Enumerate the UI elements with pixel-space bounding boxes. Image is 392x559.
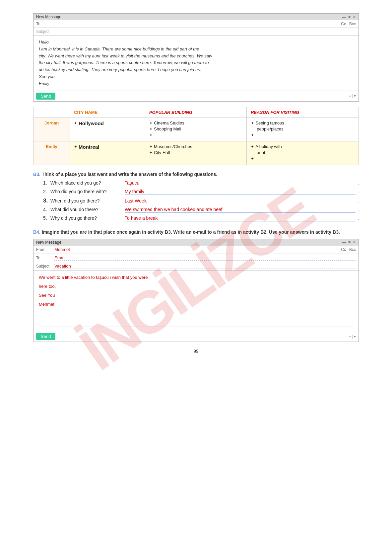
b3-instruction: Think of a place you last went and write… — [42, 172, 218, 177]
email2-window: New Message — ✶ ✕ From Mehmet Cc Bcc To … — [33, 239, 359, 342]
maximize-icon[interactable]: ✶ — [348, 15, 351, 19]
page-number: 99 — [33, 349, 359, 354]
email1-footer-icons: ▪ | ▾ — [349, 94, 356, 98]
email1-body-line4: the city hall. It was gorgeous. There is… — [39, 59, 353, 66]
jordan-reason1: ✦ Seeing famous — [251, 120, 355, 125]
emily-reason3: ✦ — [251, 156, 355, 161]
email1-cc-bcc[interactable]: Cc Bcc — [341, 22, 356, 26]
email1-to-label: To — [36, 22, 54, 26]
email1-subject-placeholder: Subject — [36, 29, 356, 34]
jordan-reasons-cell: ✦ Seeing famous people/places ✦ — [247, 118, 359, 141]
email2-to-label: To — [36, 256, 54, 260]
table-header-reason: REASON FOR VISITING — [247, 107, 359, 118]
emily-reason2: aunt — [257, 150, 355, 155]
jordan-reason2: people/places — [257, 126, 355, 131]
qa-question-1: Which place did you go? — [50, 180, 123, 186]
email2-title: New Message — [36, 240, 61, 245]
jordan-buildings-cell: ✦ Cinema Studios ✦ Shopping Mall ✦ — [145, 118, 246, 141]
b3-label: B3. — [33, 172, 40, 177]
jordan-reason3: ✦ — [251, 132, 355, 137]
email2-maximize-icon[interactable]: ✶ — [348, 240, 351, 244]
table-header-empty — [33, 107, 70, 118]
qa-question-2: Who did you go there with? — [50, 189, 123, 194]
jordan-city-item: ✦ Hollywood — [74, 120, 141, 126]
qa-item-2: 2. Who did you go there with? My family … — [43, 189, 359, 195]
email2-cc-bcc[interactable]: Cc Bcc — [341, 247, 356, 252]
email1-body-line3: city. We went there with my aunt last we… — [39, 53, 353, 60]
email1-window: New Message — ✶ ✕ To Cc Bcc Subject Hell… — [33, 13, 359, 102]
email2-from-value: Mehmet — [54, 247, 341, 252]
qa-item-5: 5. Why did you go there? To have a break… — [43, 215, 359, 221]
qa-number-5: 5. — [43, 215, 49, 221]
jordan-city-cell: ✦ Hollywood — [70, 118, 145, 141]
info-table: CITY NAME POPULAR BUILDING REASON FOR VI… — [33, 107, 359, 165]
minimize-icon[interactable]: — — [342, 15, 346, 19]
emily-buildings-cell: ✦ Museums/Churches ✦ City Hall — [145, 141, 246, 165]
email2-subject-field: Subject Vacation — [33, 262, 359, 271]
email2-subject-value: Vacation — [54, 264, 356, 269]
qa-question-4: What did you do there? — [50, 207, 123, 212]
jordan-person-cell: Jordan — [33, 118, 70, 141]
email1-titlebar: New Message — ✶ ✕ — [33, 14, 359, 20]
table-header-building: POPULAR BUILDING — [145, 107, 246, 118]
email1-footer: Send ▪ | ▾ — [33, 91, 359, 101]
email2-body: We went to a little vacation to taşucu i… — [33, 271, 359, 331]
email2-from-label: From — [36, 247, 54, 252]
jordan-building2: ✦ Shopping Mall — [149, 126, 242, 131]
jordan-building1: ✦ Cinema Studios — [149, 120, 242, 125]
emily-reasons-cell: ✦ A holiday with aunt ✦ — [247, 141, 359, 165]
email2-close-icon[interactable]: ✕ — [353, 240, 356, 244]
emily-reason1: ✦ A holiday with — [251, 144, 355, 149]
email1-to-field: To Cc Bcc — [33, 20, 359, 28]
email1-subject-field: Subject — [33, 28, 359, 36]
email1-body: Hello, I am in Montreal. It is in Canada… — [33, 36, 359, 91]
emily-city-cell: ✦ Montreal — [70, 141, 145, 165]
qa-answer-1[interactable]: Taşucu — [125, 180, 356, 186]
email2-body-line3: See You — [39, 292, 353, 300]
emily-building1: ✦ Museums/Churches — [149, 144, 242, 149]
qa-number-4: 4. — [43, 207, 49, 212]
emily-building2: ✦ City Hall — [149, 150, 242, 155]
email2-titlebar: New Message — ✶ ✕ — [33, 239, 359, 246]
email1-body-line2: I am in Montreal. It is in Canada. There… — [39, 46, 353, 53]
email2-send-button[interactable]: Send — [36, 333, 55, 340]
email2-minimize-icon[interactable]: — — [342, 240, 346, 244]
email2-to-field: To Emre — [33, 254, 359, 262]
b3-qa-container: 1. Which place did you go? Taşucu . 2. W… — [43, 180, 359, 221]
b3-section-header: B3. Think of a place you last went and w… — [33, 172, 359, 177]
email2-footer-icons: ▪ | ▾ — [349, 334, 356, 339]
qa-answer-3[interactable]: Last Week — [125, 198, 356, 204]
email2-footer: Send ▪ | ▾ — [33, 331, 359, 342]
email1-send-button[interactable]: Send — [36, 93, 55, 100]
qa-answer-5[interactable]: To have a break — [125, 215, 356, 221]
email1-body-line6: See you. — [39, 73, 353, 80]
qa-answer-4[interactable]: We swimmed then we had cooked and ate be… — [125, 207, 356, 213]
close-icon[interactable]: ✕ — [353, 15, 356, 19]
email2-body-line4: Mehmet — [39, 301, 353, 309]
b4-label: B4. — [33, 229, 40, 235]
email1-title: New Message — [36, 15, 61, 19]
emily-city-item: ✦ Montreal — [74, 144, 141, 150]
email2-body-line1: We went to a little vacation to taşucu i… — [39, 274, 353, 282]
qa-number-3: 3. — [43, 198, 49, 204]
qa-question-3: When did you go there? — [50, 198, 123, 203]
email2-from-field: From Mehmet Cc Bcc — [33, 246, 359, 254]
b4-instruction: Imagine that you are in that place once … — [42, 229, 340, 235]
email1-titlebar-buttons: — ✶ ✕ — [342, 15, 356, 19]
qa-question-5: Why did you go there? — [50, 215, 123, 221]
email2-body-line6 — [39, 319, 353, 327]
qa-item-1: 1. Which place did you go? Taşucu . — [43, 180, 359, 186]
qa-item-4: 4. What did you do there? We swimmed the… — [43, 207, 359, 213]
emily-person-cell: Emily — [33, 141, 70, 165]
email2-titlebar-buttons: — ✶ ✕ — [342, 240, 356, 244]
jordan-building3: ✦ — [149, 132, 242, 137]
email2-body-line2: here too. — [39, 283, 353, 291]
email1-body-line7: Emily — [39, 80, 353, 87]
table-row-jordan: Jordan ✦ Hollywood ✦ Cinema Studios ✦ Sh… — [33, 118, 359, 141]
qa-item-3: 3. When did you go there? Last Week . — [43, 198, 359, 204]
email2-body-line5 — [39, 310, 353, 318]
qa-number-1: 1. — [43, 180, 49, 186]
b4-section-header: B4. Imagine that you are in that place o… — [33, 229, 359, 235]
email2-to-value: Emre — [54, 255, 356, 261]
qa-answer-2[interactable]: My family — [125, 189, 356, 195]
